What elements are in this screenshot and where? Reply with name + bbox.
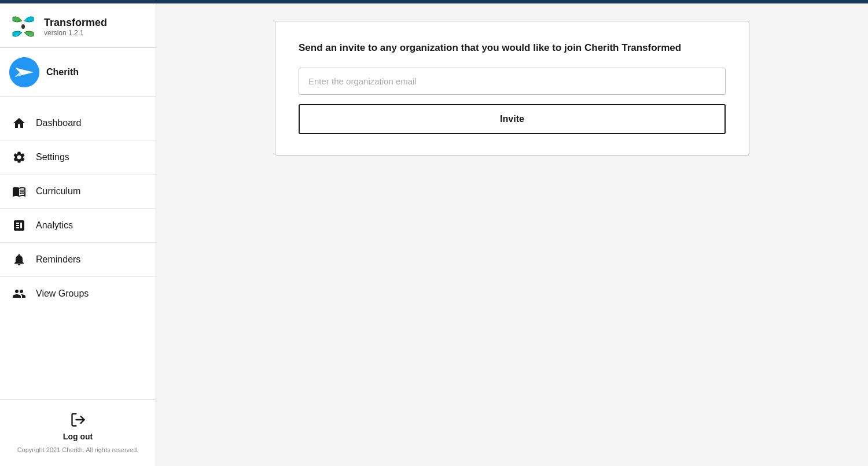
bell-icon xyxy=(12,252,27,267)
sidebar-item-label-view-groups: View Groups xyxy=(36,289,89,299)
logout-button[interactable]: Log out xyxy=(63,412,93,441)
sidebar-item-label-curriculum: Curriculum xyxy=(36,186,80,197)
sidebar-item-dashboard[interactable]: Dashboard xyxy=(0,106,156,140)
app-logo-icon xyxy=(9,13,37,40)
sidebar-item-settings[interactable]: Settings xyxy=(0,140,156,175)
settings-icon xyxy=(12,150,27,165)
app-title: Transformed xyxy=(44,17,107,29)
sidebar-item-label-dashboard: Dashboard xyxy=(36,118,81,128)
invite-card: Send an invite to any organization that … xyxy=(275,21,749,156)
invite-title: Send an invite to any organization that … xyxy=(299,42,726,54)
org-email-input[interactable] xyxy=(299,68,726,95)
sidebar-header: Transformed version 1.2.1 xyxy=(0,3,156,48)
user-name: Cherith xyxy=(46,67,79,77)
groups-icon xyxy=(12,286,27,301)
logo-text: Transformed version 1.2.1 xyxy=(44,17,107,37)
sidebar-item-analytics[interactable]: Analytics xyxy=(0,209,156,243)
sidebar-item-view-groups[interactable]: View Groups xyxy=(0,277,156,310)
app-version: version 1.2.1 xyxy=(44,29,107,37)
nav-section: Dashboard Settings Cu xyxy=(0,97,156,400)
logout-label: Log out xyxy=(63,432,93,441)
app-container: Transformed version 1.2.1 Cherith xyxy=(0,3,868,466)
user-section: Cherith xyxy=(0,48,156,97)
sidebar-item-label-analytics: Analytics xyxy=(36,220,73,231)
curriculum-icon xyxy=(12,184,27,199)
main-content: Send an invite to any organization that … xyxy=(156,3,868,466)
sidebar: Transformed version 1.2.1 Cherith xyxy=(0,3,156,466)
invite-button[interactable]: Invite xyxy=(299,104,726,134)
sidebar-item-curriculum[interactable]: Curriculum xyxy=(0,175,156,209)
sidebar-footer: Log out Copyright 2021 Cherith. All righ… xyxy=(0,400,156,466)
logout-icon xyxy=(70,412,86,430)
avatar xyxy=(9,57,39,87)
copyright-text: Copyright 2021 Cherith. All rights reser… xyxy=(17,446,139,454)
sidebar-item-label-settings: Settings xyxy=(36,152,69,162)
svg-point-1 xyxy=(21,24,25,29)
sidebar-item-label-reminders: Reminders xyxy=(36,254,80,265)
home-icon xyxy=(12,116,27,131)
analytics-icon xyxy=(12,218,27,233)
sidebar-item-reminders[interactable]: Reminders xyxy=(0,243,156,277)
